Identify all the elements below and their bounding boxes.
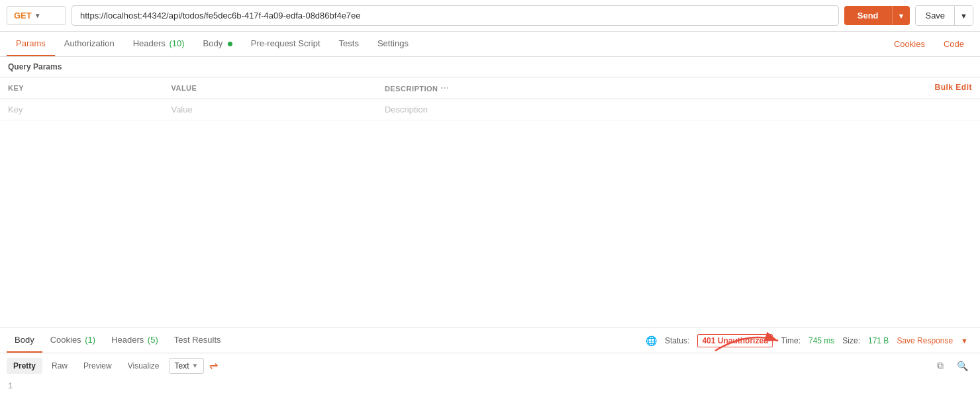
save-button[interactable]: Save xyxy=(916,6,954,25)
send-button[interactable]: Send xyxy=(844,6,892,25)
tab-prerequest[interactable]: Pre-request Script xyxy=(242,32,330,56)
url-input[interactable] xyxy=(72,5,839,26)
main-content: Query Params KEY VALUE DESCRIPTION ··· B… xyxy=(0,57,980,302)
save-dropdown-button[interactable]: ▼ xyxy=(954,6,973,25)
method-chevron-icon: ▼ xyxy=(34,12,41,19)
tab-tests[interactable]: Tests xyxy=(330,32,368,56)
col-description: DESCRIPTION ··· Bulk Edit xyxy=(377,77,980,99)
tab-authorization[interactable]: Authorization xyxy=(55,32,124,56)
send-button-group: Send ▼ xyxy=(844,6,910,25)
query-params-title: Query Params xyxy=(0,57,980,77)
tab-body[interactable]: Body xyxy=(194,32,242,56)
cookies-link[interactable]: Cookies xyxy=(885,32,934,56)
bulk-edit-link[interactable]: Bulk Edit xyxy=(934,83,972,92)
three-dots-icon[interactable]: ··· xyxy=(440,83,449,93)
code-link[interactable]: Code xyxy=(934,32,973,56)
send-dropdown-button[interactable]: ▼ xyxy=(892,6,910,25)
col-key: KEY xyxy=(0,77,163,99)
save-button-group: Save ▼ xyxy=(915,5,973,26)
method-select[interactable]: GET ▼ xyxy=(7,6,66,25)
params-table: KEY VALUE DESCRIPTION ··· Bulk Edit Key … xyxy=(0,77,980,120)
tab-settings[interactable]: Settings xyxy=(368,32,418,56)
method-label: GET xyxy=(14,11,32,21)
request-tab-bar: Params Authorization Headers (10) Body P… xyxy=(0,32,980,57)
value-cell[interactable]: Value xyxy=(163,99,376,120)
col-value: VALUE xyxy=(163,77,376,99)
top-bar: GET ▼ Send ▼ Save ▼ xyxy=(0,0,980,32)
tab-params[interactable]: Params xyxy=(7,32,55,56)
key-cell[interactable]: Key xyxy=(0,99,163,120)
param-placeholder-row: Key Value Description xyxy=(0,99,980,120)
tab-headers[interactable]: Headers (10) xyxy=(124,32,194,56)
description-cell[interactable]: Description xyxy=(377,99,980,120)
